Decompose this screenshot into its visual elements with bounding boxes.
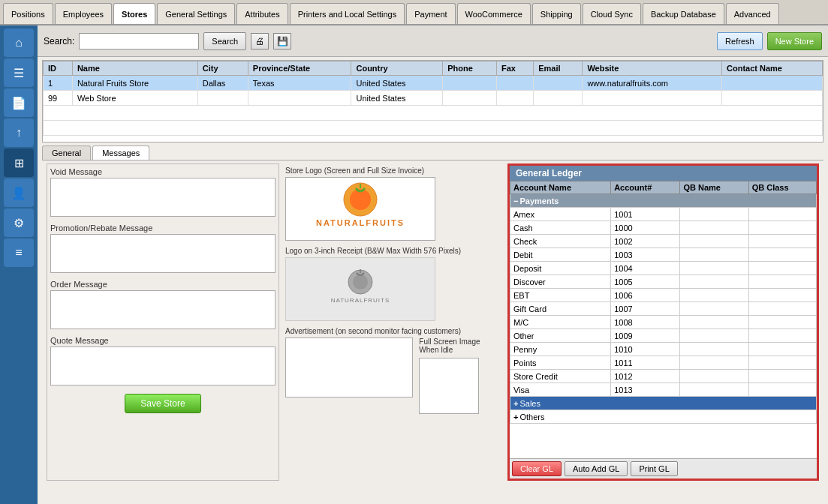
- table-row[interactable]: 1 Natural Fruits Store Dallas Texas Unit…: [44, 76, 823, 91]
- tab-payment[interactable]: Payment: [406, 3, 455, 24]
- gl-qb-name: [680, 370, 748, 383]
- table-row[interactable]: [44, 121, 823, 136]
- tab-advanced[interactable]: Advanced: [726, 3, 779, 24]
- quote-message-label: Quote Message: [50, 336, 275, 345]
- sidebar-list-icon[interactable]: ☰: [4, 58, 34, 87]
- logo-panel: Store Logo (Screen and Full Size Invoice…: [282, 164, 504, 481]
- tab-positions[interactable]: Positions: [3, 3, 53, 24]
- gl-qb-class: [748, 329, 816, 343]
- quote-message-input[interactable]: [50, 346, 275, 386]
- auto-add-gl-button[interactable]: Auto Add GL: [565, 461, 628, 476]
- gl-row[interactable]: Check 1002: [510, 235, 817, 248]
- cell-city: [197, 91, 248, 106]
- gl-account-name: Points: [510, 356, 611, 370]
- gl-row[interactable]: EBT 1006: [510, 289, 817, 302]
- gl-row[interactable]: M/C 1008: [510, 316, 817, 329]
- gl-others-header[interactable]: +Others: [510, 410, 817, 424]
- sidebar-person-icon[interactable]: 👤: [4, 178, 34, 207]
- gl-qb-name: [680, 343, 748, 356]
- gl-sales-header[interactable]: +Sales: [510, 397, 817, 410]
- tab-woocommerce[interactable]: WooCommerce: [457, 3, 531, 24]
- gl-panel: General Ledger Account Name Account# QB …: [507, 164, 819, 481]
- gl-account-name: Debit: [510, 248, 611, 262]
- print-gl-button[interactable]: Print GL: [631, 461, 677, 476]
- sidebar-upload-icon[interactable]: ↑: [4, 118, 34, 147]
- refresh-button[interactable]: Refresh: [717, 32, 763, 50]
- gl-row[interactable]: Store Credit 1012: [510, 370, 817, 383]
- table-row[interactable]: [44, 106, 823, 121]
- sidebar-settings-icon[interactable]: ⚙: [4, 208, 34, 237]
- gl-sales-label: +Sales: [510, 397, 817, 410]
- gl-qb-class: [748, 370, 816, 383]
- save-icon[interactable]: 💾: [273, 33, 291, 50]
- fullscreen-box[interactable]: [419, 358, 479, 414]
- gl-row[interactable]: Penny 1010: [510, 343, 817, 356]
- gl-qb-name: [680, 248, 748, 262]
- promotion-message-input[interactable]: [50, 234, 275, 273]
- cell-fax: [496, 91, 533, 106]
- search-input[interactable]: [79, 33, 199, 50]
- tab-backup-database[interactable]: Backup Database: [643, 3, 724, 24]
- gl-others-label: +Others: [510, 410, 817, 424]
- gl-row[interactable]: Gift Card 1007: [510, 302, 817, 316]
- gl-row[interactable]: Deposit 1004: [510, 262, 817, 275]
- gl-account-num: 1012: [611, 370, 680, 383]
- cell-email: [534, 91, 583, 106]
- gl-qb-class: [748, 248, 816, 262]
- tab-employees[interactable]: Employees: [55, 3, 112, 24]
- gl-account-num: 1004: [611, 262, 680, 275]
- cell-id: 99: [44, 91, 73, 106]
- order-message-input[interactable]: [50, 290, 275, 329]
- gl-account-name: Check: [510, 235, 611, 248]
- gl-row[interactable]: Cash 1000: [510, 221, 817, 235]
- tab-attributes[interactable]: Attributes: [236, 3, 288, 24]
- new-store-button[interactable]: New Store: [767, 32, 822, 50]
- svg-point-5: [353, 274, 368, 290]
- sidebar-home-icon[interactable]: ⌂: [4, 28, 34, 57]
- gl-row[interactable]: Visa 1013: [510, 383, 817, 397]
- gl-qb-name: [680, 289, 748, 302]
- gl-account-num: 1008: [611, 316, 680, 329]
- table-row[interactable]: 99 Web Store United States: [44, 91, 823, 106]
- fullscreen-label: Full Screen Image When Idle: [419, 338, 501, 354]
- tab-general[interactable]: General: [42, 146, 91, 160]
- gl-qb-class: [748, 343, 816, 356]
- clear-gl-button[interactable]: Clear GL: [512, 461, 562, 476]
- tab-messages[interactable]: Messages: [92, 146, 149, 160]
- sidebar-menu-icon[interactable]: ≡: [4, 238, 34, 267]
- gl-account-name: Amex: [510, 208, 611, 221]
- gl-footer: Clear GL Auto Add GL Print GL: [510, 458, 817, 478]
- gl-qb-class: [748, 316, 816, 329]
- gl-row[interactable]: Debit 1003: [510, 248, 817, 262]
- stores-table: ID Name City Province/State Country Phon…: [43, 61, 823, 136]
- gl-account-name: EBT: [510, 289, 611, 302]
- tab-printers[interactable]: Printers and Local Settings: [290, 3, 405, 24]
- gl-row[interactable]: Discover 1005: [510, 275, 817, 289]
- top-nav: Positions Employees Stores General Setti…: [0, 0, 828, 26]
- cell-country: United States: [351, 76, 443, 91]
- print-icon[interactable]: 🖨: [251, 33, 269, 50]
- tab-shipping[interactable]: Shipping: [532, 3, 581, 24]
- toolbar: Search: Search 🖨 💾 Refresh New Store: [38, 26, 828, 57]
- tab-general-settings[interactable]: General Settings: [157, 3, 235, 24]
- gl-account-name: M/C: [510, 316, 611, 329]
- gl-account-num: 1011: [611, 356, 680, 370]
- gl-row[interactable]: Points 1011: [510, 356, 817, 370]
- search-button[interactable]: Search: [203, 32, 246, 50]
- gl-row[interactable]: Other 1009: [510, 329, 817, 343]
- save-store-button[interactable]: Save Store: [125, 394, 200, 413]
- gl-qb-name: [680, 356, 748, 370]
- screen-logo-box[interactable]: NATURALFRUITS: [285, 177, 435, 241]
- gl-row[interactable]: Amex 1001: [510, 208, 817, 221]
- sidebar: ⌂ ☰ 📄 ↑ ⊞ 👤 ⚙ ≡: [0, 26, 38, 504]
- gl-account-num: 1009: [611, 329, 680, 343]
- sidebar-document-icon[interactable]: 📄: [4, 88, 34, 117]
- advert-box[interactable]: [285, 338, 413, 398]
- svg-text:NATURALFRUITS: NATURALFRUITS: [316, 218, 405, 227]
- gl-qb-name: [680, 383, 748, 397]
- receipt-logo-box[interactable]: NATURALFRUITS: [285, 257, 435, 321]
- sidebar-grid-icon[interactable]: ⊞: [4, 148, 34, 177]
- void-message-input[interactable]: [50, 178, 275, 217]
- tab-cloud-sync[interactable]: Cloud Sync: [583, 3, 641, 24]
- tab-stores[interactable]: Stores: [113, 3, 155, 24]
